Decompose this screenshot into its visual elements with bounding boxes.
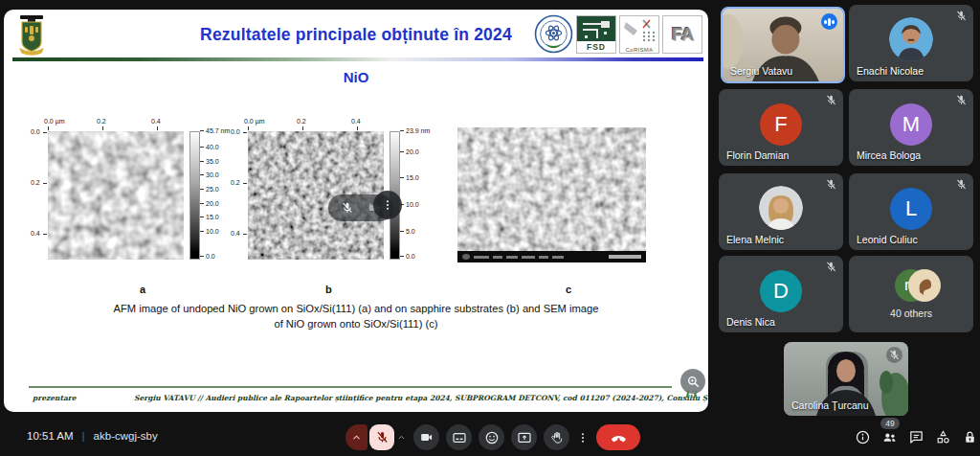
tile-enachi-nicolae[interactable]: Enachi Nicolae [849,5,973,81]
afm2-xtick-0: 0.0 µm [244,118,265,125]
participant-count-badge: 49 [880,418,900,429]
afm1-cbar-tick: 20.0 [206,200,219,207]
floating-controls-grip[interactable] [373,191,402,219]
afm2-cbar-tick: 10.0 [406,201,419,208]
magnifier-plus-icon [685,374,701,389]
participant-name: Leonid Culiuc [857,234,918,245]
fa-logo-label: FA [672,24,693,45]
afm1-cbar-tick: 15.0 [206,214,219,220]
participant-name: Carolina Țurcanu [791,399,869,411]
participant-name: Florin Damian [726,149,789,161]
participant-name: Sergiu Vatavu [730,65,792,77]
mic-options-button[interactable] [345,424,368,450]
avatar: L [890,188,932,230]
afm2-cbar-max: 23.9 nm [406,127,430,134]
tile-florin-damian[interactable]: F Florin Damian [719,89,843,166]
mic-off-icon [955,94,968,106]
caption-line-1: AFM image of undoped NiO grown on SiOx/S… [114,303,599,314]
present-screen-icon [517,430,532,445]
afm1-cbar-tick: 10.0 [206,228,219,235]
speaking-indicator-icon [821,13,837,30]
afm1-cbar-min: 0.0 [206,253,215,260]
mic-off-icon [825,178,837,191]
afm1-cbar-tick: 35.0 [206,158,219,165]
mic-off-icon [955,178,968,191]
sem-image-c [457,127,646,262]
chat-button[interactable] [908,429,924,445]
afm1-ytick-1: 0.2 [31,179,40,186]
camera-button[interactable] [413,424,439,450]
camera-options-button[interactable] [395,432,407,443]
raise-hand-button[interactable] [544,424,569,450]
meeting-info: 10:51 AM | akb-cwgj-sby [27,430,158,442]
afm1-colorbar [189,131,200,260]
avatar [908,269,941,302]
tile-sergiu-vatavu[interactable]: Sergiu Vatavu [721,7,845,83]
chevron-up-icon [396,432,407,443]
mic-muted-button[interactable] [369,424,394,450]
mic-off-icon [886,347,902,363]
zoom-shared-screen-button[interactable] [680,369,705,394]
mic-control-group [345,424,394,450]
afm1-cbar-tick: 40.0 [206,144,219,150]
slide-logo-row: FSD CoRISMA FA [534,14,702,54]
meeting-details-button[interactable] [855,429,871,445]
people-button[interactable] [881,429,898,445]
afm1-xtick-0: 0.0 µm [44,118,65,125]
activities-button[interactable] [935,429,951,445]
mic-off-icon [825,261,837,273]
afm1-cbar-tick: 25.0 [206,186,219,193]
avatar [759,186,803,230]
afm2-ytick-1: 0.2 [231,179,240,186]
afm2-cbar-tick: 15.0 [406,174,419,181]
tile-elena-melnic[interactable]: Elena Melnic [719,173,843,250]
afm2-cbar-min: 0.0 [406,253,415,260]
fsd-logo: FSD [576,15,616,54]
afm1-cbar-tick: 30.0 [206,171,219,178]
meeting-code: akb-cwgj-sby [94,430,158,442]
raised-hand-icon [549,430,565,445]
end-call-button[interactable] [596,424,640,450]
captions-button[interactable] [446,424,472,450]
participant-name: Enachi Nicolae [857,65,924,77]
figure-caption: AFM image of undoped NiO grown on SiOx/S… [42,301,670,331]
panel-label-c: c [566,284,571,295]
tile-mircea-bologa[interactable]: M Mircea Bologa [849,89,973,166]
footer-reference: Sergiu VATAVU // Audieri publice ale Rap… [134,394,708,402]
tile-40-others[interactable]: m 40 others [849,256,973,332]
others-avatars: m [883,269,939,302]
tile-denis-nica[interactable]: D Denis Nica [719,256,843,332]
afm2-ytick-0: 0.0 [231,128,240,135]
afm2-xtick-2: 0.4 [351,118,361,125]
call-controls [395,424,640,450]
university-crest-logo [17,13,46,56]
mic-off-icon [825,94,837,106]
tile-leonid-culiuc[interactable]: L Leonid Culiuc [849,173,973,250]
reactions-button[interactable] [479,424,504,450]
participant-name: Mircea Bologa [857,149,921,161]
mic-off-icon [375,430,390,445]
avatar: D [760,270,802,312]
avatar: M [890,103,932,146]
afm2-xtick-1: 0.2 [297,118,306,125]
afm1-ytick-2: 0.4 [31,230,40,237]
present-screen-button[interactable] [511,424,537,450]
footer-prezentare: prezentare [33,394,77,402]
phone-down-icon [610,428,628,446]
mic-off-icon [955,10,968,22]
afm1-xtick-2: 0.4 [151,118,161,125]
caption-line-2: of NiO grown onto SiOx/Si(111) (c) [274,318,437,330]
shared-screen-slide: Rezultatele principale obținute în 2024 [4,10,708,412]
corisma-logo-label: CoRISMA [620,45,658,54]
more-options-button[interactable] [576,424,590,450]
chevron-up-icon [350,431,363,444]
tile-carolina-turcanu[interactable]: Carolina Țurcanu [784,342,908,416]
participant-name: Denis Nica [726,316,775,328]
afm-image-a [48,131,184,260]
afm1-ytick-0: 0.0 [31,128,40,135]
panel-label-b: b [325,284,332,295]
footer-rule [29,386,672,388]
others-count-label: 40 others [849,308,973,319]
slide-subtitle: NiO [4,69,708,85]
host-controls-button[interactable] [962,429,978,445]
